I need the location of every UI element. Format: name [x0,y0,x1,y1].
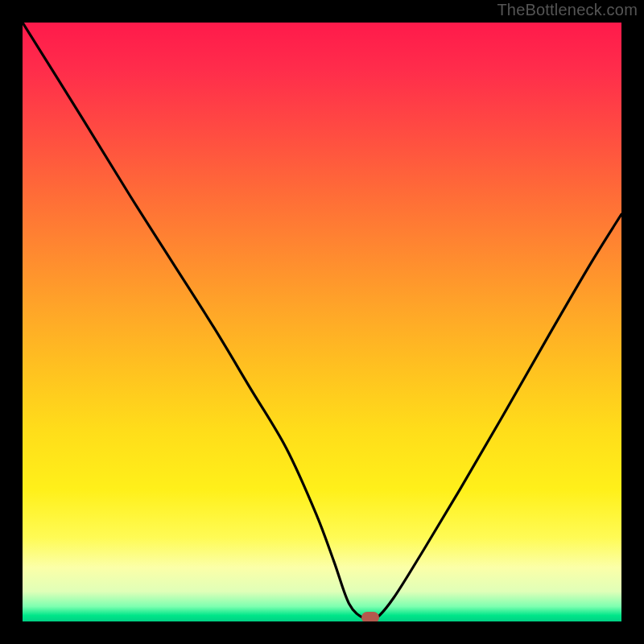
chart-frame: TheBottleneck.com [0,0,644,644]
optimal-point-marker [361,612,379,621]
watermark-text: TheBottleneck.com [497,1,638,19]
plot-area [23,23,621,621]
bottleneck-curve [23,23,621,621]
